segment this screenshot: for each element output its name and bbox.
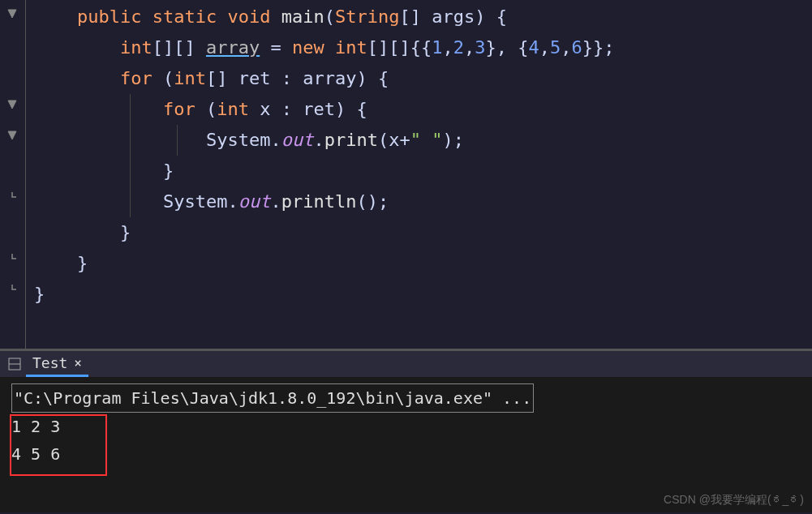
close-icon[interactable]: × bbox=[74, 355, 82, 371]
code-line: int[][] array = new int[][]{{1,2,3}, {4,… bbox=[26, 32, 812, 63]
fold-icon[interactable] bbox=[6, 99, 18, 110]
layout-icon[interactable] bbox=[6, 356, 23, 372]
watermark: CSDN @我要学编程(ಥ_ಥ) bbox=[664, 493, 804, 508]
svg-marker-1 bbox=[8, 101, 16, 109]
fold-end-icon[interactable] bbox=[6, 191, 18, 203]
tab-label: Test bbox=[32, 354, 67, 371]
console-command: "C:\Program Files\Java\jdk1.8.0_192\bin\… bbox=[11, 383, 801, 413]
code-line: } bbox=[26, 217, 812, 248]
console-output-line: 1 2 3 bbox=[11, 413, 801, 440]
svg-marker-0 bbox=[8, 10, 16, 18]
gutter bbox=[0, 0, 26, 349]
code-line: } bbox=[26, 248, 812, 279]
console-output-line: 4 5 6 bbox=[11, 440, 801, 468]
code-line: } bbox=[26, 279, 812, 310]
fold-icon[interactable] bbox=[6, 8, 18, 19]
highlight-box bbox=[10, 414, 107, 476]
console-output[interactable]: "C:\Program Files\Java\jdk1.8.0_192\bin\… bbox=[0, 377, 812, 512]
fold-end-icon[interactable] bbox=[6, 284, 18, 295]
fold-icon[interactable] bbox=[6, 130, 18, 141]
run-tab[interactable]: Test × bbox=[26, 351, 88, 377]
code-line: } bbox=[26, 156, 812, 186]
code-content[interactable]: public static void main(String[] args) {… bbox=[26, 0, 812, 349]
fold-end-icon[interactable] bbox=[6, 253, 18, 264]
code-editor[interactable]: public static void main(String[] args) {… bbox=[0, 0, 812, 349]
code-line: for (int x : ret) { bbox=[26, 94, 812, 125]
code-line: System.out.print(x+" "); bbox=[26, 125, 812, 156]
svg-marker-2 bbox=[8, 131, 16, 139]
run-tab-bar: Test × bbox=[0, 351, 812, 377]
code-line: for (int[] ret : array) { bbox=[26, 63, 812, 94]
code-line: public static void main(String[] args) { bbox=[26, 2, 812, 32]
code-line: System.out.println(); bbox=[26, 186, 812, 217]
